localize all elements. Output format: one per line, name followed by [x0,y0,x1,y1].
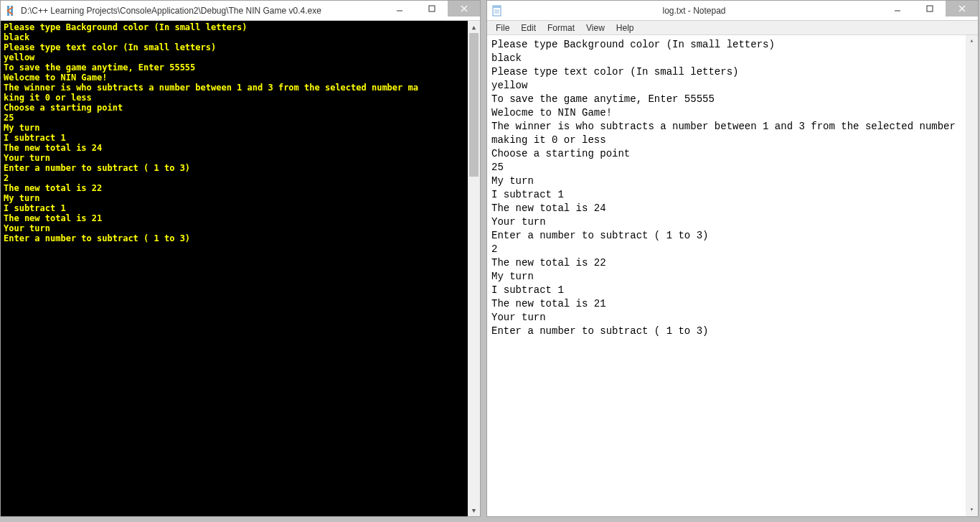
console-line: yellow [4,52,477,62]
console-line: The new total is 22 [4,183,477,193]
console-line: Welocme to NIN Game! [4,73,477,83]
console-line: I subtract 1 [4,133,477,143]
notepad-app-icon [491,5,503,17]
console-window: D:\C++ Learning Projects\ConsoleApplicat… [0,0,481,517]
console-line: Your turn [4,153,477,163]
console-line: My turn [4,123,477,133]
maximize-button[interactable] [415,1,448,17]
notepad-line: Enter a number to subtract ( 1 to 3) [491,325,974,338]
console-line: 25 [4,113,477,123]
console-window-title: D:\C++ Learning Projects\ConsoleApplicat… [21,6,321,16]
scroll-track[interactable] [468,33,480,504]
notepad-line: I subtract 1 [491,188,974,202]
console-line: Please type Background color (In small l… [4,22,477,32]
minimize-button[interactable] [383,1,415,17]
notepad-line: yellow [491,79,974,93]
notepad-line: The new total is 21 [491,297,974,311]
menu-view[interactable]: View [580,22,611,34]
notepad-line: 2 [491,243,974,256]
scroll-down-icon[interactable]: ▼ [468,504,480,516]
notepad-line: Enter a number to subtract ( 1 to 3) [491,229,974,243]
notepad-line: I subtract 1 [491,284,974,297]
titlebar-left: D:\C++ Learning Projects\ConsoleApplicat… [1,5,383,17]
menu-format[interactable]: Format [542,22,580,34]
close-button[interactable] [946,1,978,17]
notepad-line: Choose a starting point [491,147,974,161]
menu-edit[interactable]: Edit [515,22,542,34]
console-line: king it 0 or less [4,93,477,103]
menu-help[interactable]: Help [611,22,640,34]
notepad-window-controls [881,1,978,20]
notepad-line: Welocme to NIN Game! [491,106,974,120]
console-line: The new total is 24 [4,143,477,153]
notepad-menubar: File Edit Format View Help [487,21,978,35]
console-line: Enter a number to subtract ( 1 to 3) [4,163,477,173]
console-line: Your turn [4,223,477,233]
notepad-line: To save the game anytime, Enter 55555 [491,93,974,106]
console-line: black [4,32,477,42]
svg-rect-3 [429,6,435,11]
close-button[interactable] [448,1,480,17]
console-line: Choose a starting point [4,103,477,113]
svg-rect-7 [493,6,501,8]
notepad-titlebar[interactable]: log.txt - Notepad [487,1,978,21]
console-line: To save the game anytime, Enter 55555 [4,62,477,73]
scroll-thumb[interactable] [469,33,479,177]
console-titlebar[interactable]: D:\C++ Learning Projects\ConsoleApplicat… [1,1,480,21]
console-line: 2 [4,173,477,183]
notepad-line: 25 [491,161,974,174]
notepad-scrollbar[interactable]: ▴ ▾ [966,35,978,516]
scroll-up-icon[interactable]: ▴ [966,35,978,47]
notepad-line: Your turn [491,215,974,229]
notepad-window-title: log.txt - Notepad [507,6,881,16]
scroll-track[interactable] [966,47,978,504]
console-line: My turn [4,193,477,203]
notepad-line: My turn [491,270,974,284]
notepad-line: The winner is who subtracts a number bet… [491,120,974,147]
notepad-line: The new total is 24 [491,202,974,215]
console-scrollbar[interactable]: ▲ ▼ [468,21,480,516]
minimize-button[interactable] [881,1,913,17]
console-line: The winner is who subtracts a number bet… [4,83,477,93]
notepad-line: The new total is 22 [491,256,974,270]
console-line: Please type text color (In small letters… [4,42,477,52]
console-window-controls [383,1,480,20]
notepad-window: log.txt - Notepad File Edit Format View … [486,0,979,517]
notepad-text-area[interactable]: Please type Background color (In small l… [487,35,978,516]
maximize-button[interactable] [913,1,946,17]
notepad-line: Please type Background color (In small l… [491,38,974,52]
notepad-line: Your turn [491,311,974,325]
notepad-line: My turn [491,174,974,188]
notepad-line: Please type text color (In small letters… [491,65,974,79]
console-line: The new total is 21 [4,213,477,223]
console-app-icon [5,5,17,17]
console-output[interactable]: Please type Background color (In small l… [1,21,480,516]
console-line: I subtract 1 [4,203,477,213]
menu-file[interactable]: File [490,22,515,34]
notepad-line: black [491,52,974,65]
console-line: Enter a number to subtract ( 1 to 3) [4,233,477,243]
scroll-down-icon[interactable]: ▾ [966,504,978,516]
svg-rect-12 [927,6,933,11]
scroll-up-icon[interactable]: ▲ [468,21,480,33]
